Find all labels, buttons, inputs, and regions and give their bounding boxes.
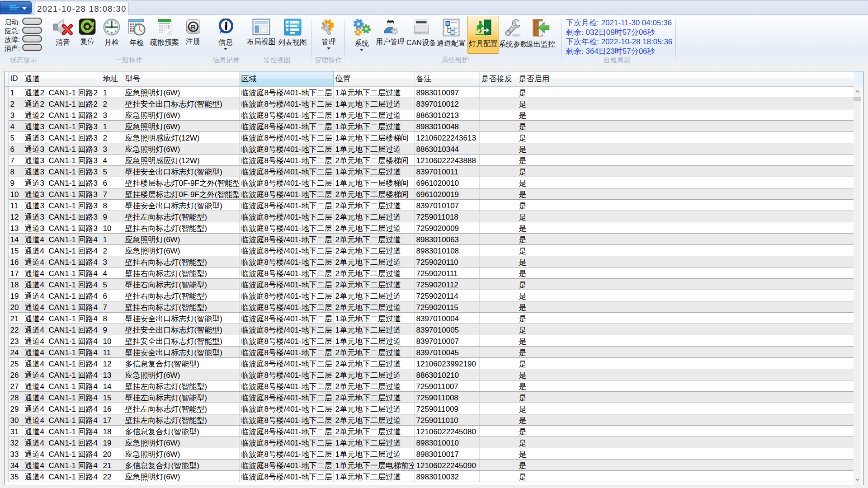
svg-text:R: R [191,23,196,31]
